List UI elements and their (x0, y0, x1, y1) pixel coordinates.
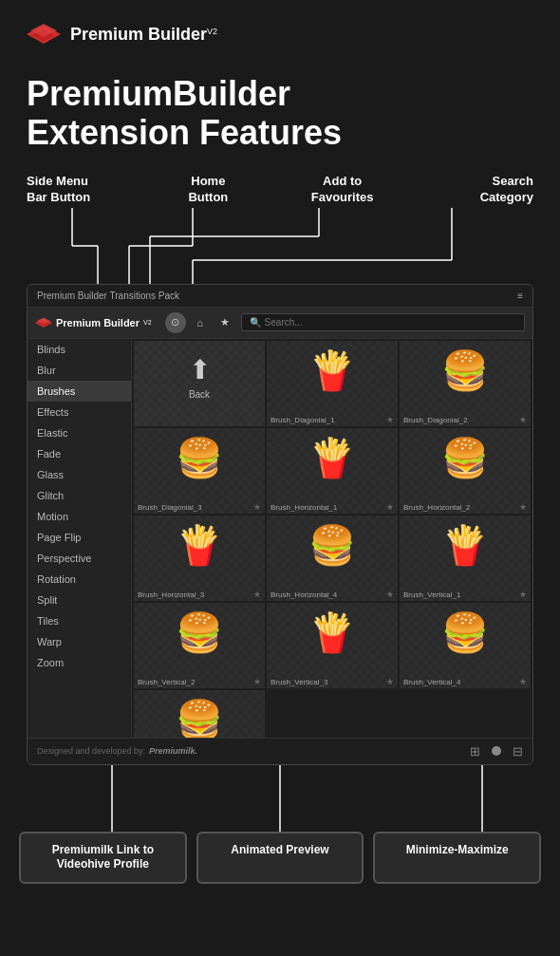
logo-icon (27, 21, 61, 47)
grid-cell-brush-diagonial-2[interactable]: 🍔 Brush_Diagonial_2 ★ (400, 341, 531, 426)
cell-star[interactable]: ★ (386, 502, 394, 512)
favourites-star-button[interactable]: ★ (215, 312, 235, 333)
search-input[interactable] (265, 317, 516, 328)
connector-lines (27, 208, 533, 284)
cell-star[interactable]: ★ (519, 502, 527, 512)
sidebar-item-brushes[interactable]: Brushes (28, 381, 131, 402)
grid-container: ⬆ Back 🍟 Brush_Diagonial_1 ★ 🍔 Brush_Dia… (132, 339, 532, 738)
grid-view-icon[interactable]: ⊞ (470, 744, 480, 759)
grid-cell-brush-vertical-3[interactable]: 🍟 Brush_Vertical_3 ★ (267, 603, 398, 688)
cell-star[interactable]: ★ (519, 415, 527, 424)
sidebar-item-effects[interactable]: Effects (28, 402, 131, 422)
plugin-topbar-title: Premium Builder Transitions Pack (37, 291, 179, 301)
home-button[interactable]: ⌂ (190, 312, 211, 333)
grid-cell-brush-horizontal-4[interactable]: 🍔 Brush_Horizontal_4 ★ (267, 515, 398, 601)
sidebar-item-glitch[interactable]: Glitch (28, 485, 131, 506)
grid-cell-brush-vertical-1[interactable]: 🍟 Brush_Vertical_1 ★ (400, 515, 531, 601)
sidebar-item-elastic[interactable]: Elastic (28, 422, 131, 443)
plugin-sidebar: Blinds Blur Brushes Effects Elastic Fade… (28, 339, 132, 738)
cell-label: Brush_Diagonial_3 (138, 503, 202, 512)
search-bar[interactable]: 🔍 (241, 313, 525, 331)
cell-star[interactable]: ★ (253, 502, 261, 512)
sidebar-item-warp[interactable]: Warp (28, 631, 131, 652)
footer-brand-name: Premiumilk. (149, 746, 197, 756)
plugin-main: ⬆ Back 🍟 Brush_Diagonial_1 ★ 🍔 Brush_Dia… (132, 339, 532, 738)
cell-star[interactable]: ★ (519, 590, 527, 599)
cell-star[interactable]: ★ (386, 677, 394, 686)
sidebar-item-split[interactable]: Split (28, 590, 131, 610)
bottom-labels-row: Premiumilk Link to Videohive Profile Ani… (0, 832, 560, 907)
cell-label: Brush_Horizontal_2 (403, 503, 470, 512)
label-premiumilk-link: Premiumilk Link to Videohive Profile (19, 832, 187, 884)
cell-label: Brush_Vertical_2 (138, 678, 195, 686)
sidebar-item-blur[interactable]: Blur (28, 360, 131, 381)
cell-label: Brush_Horizontal_1 (271, 503, 337, 512)
sidebar-item-page-flip[interactable]: Page Flip (28, 527, 131, 548)
cell-label: Brush_Diagonial_2 (403, 416, 468, 424)
label-animated-preview: Animated Preview (196, 832, 364, 884)
grid-cell-brush-diagonial-1[interactable]: 🍟 Brush_Diagonial_1 ★ (267, 341, 398, 426)
grid-cell-brush-horizontal-3[interactable]: 🍟 Brush_Horizontal_3 ★ (134, 515, 265, 601)
footer-brand[interactable]: Designed and developed by: Premiumilk. (37, 746, 197, 756)
sidebar-item-glass[interactable]: Glass (28, 464, 131, 485)
cell-star[interactable]: ★ (253, 590, 261, 599)
minimize-maximize-icon[interactable]: ⊟ (513, 744, 523, 759)
label-search-category: SearchCategory (439, 174, 533, 206)
sidebar-item-tiles[interactable]: Tiles (28, 610, 131, 631)
plugin-body: Blinds Blur Brushes Effects Elastic Fade… (28, 339, 532, 738)
grid-cell-brush-horizontal-1[interactable]: 🍟 Brush_Horizontal_1 ★ (267, 428, 398, 514)
cell-label: Brush_Vertical_1 (403, 590, 460, 599)
label-add-favourites: Add toFavourites (295, 174, 390, 206)
cell-star[interactable]: ★ (253, 677, 261, 686)
topbar-close[interactable]: ≡ (517, 291, 523, 301)
sidebar-item-zoom[interactable]: Zoom (28, 652, 131, 673)
animated-preview-button[interactable] (492, 746, 501, 756)
sidebar-item-fade[interactable]: Fade (28, 443, 131, 464)
plugin-topbar: Premium Builder Transitions Pack ≡ (28, 285, 532, 308)
cell-label: Brush_Horizontal_4 (271, 590, 337, 599)
label-minimize-maximize: Minimize-Maximize (373, 832, 541, 884)
features-labels: Side MenuBar Button HomeButton Add toFav… (0, 174, 560, 206)
grid-cell-brush-diagonial-3[interactable]: 🍔 Brush_Diagonial_3 ★ (134, 428, 265, 514)
footer-controls: ⊞ ⊟ (470, 744, 523, 759)
plugin-logo: Premium BuilderV2 (35, 316, 152, 329)
sidebar-item-perspective[interactable]: Perspective (28, 548, 131, 569)
cell-label: Brush_Diagonial_1 (271, 416, 335, 424)
grid-cell-brush-vertical-5[interactable]: 🍔 Brush_Vertical_5 ★ (134, 690, 265, 738)
label-home-button: HomeButton (170, 174, 246, 206)
header: Premium BuilderV2 (0, 0, 560, 57)
toggle-button[interactable]: ⊙ (165, 312, 186, 333)
plugin-window: Premium Builder Transitions Pack ≡ Premi… (27, 284, 533, 765)
plugin-logo-icon (35, 316, 52, 329)
cell-label: Brush_Horizontal_3 (138, 590, 204, 599)
grid-cell-brush-vertical-4[interactable]: 🍔 Brush_Vertical_4 ★ (400, 603, 531, 688)
back-arrow-icon: ⬆ (189, 354, 211, 385)
grid-cell-brush-vertical-2[interactable]: 🍔 Brush_Vertical_2 ★ (134, 603, 265, 688)
search-icon: 🔍 (250, 317, 261, 328)
bottom-connector-area (27, 765, 533, 832)
sidebar-item-motion[interactable]: Motion (28, 506, 131, 527)
footer-brand-text: Designed and developed by: (37, 746, 145, 756)
grid-cell-brush-horizontal-2[interactable]: 🍔 Brush_Horizontal_2 ★ (400, 428, 531, 514)
sidebar-item-blinds[interactable]: Blinds (28, 339, 131, 360)
plugin-navbar: Premium BuilderV2 ⊙ ⌂ ★ 🔍 (28, 308, 532, 339)
cell-label: Brush_Vertical_3 (271, 678, 327, 686)
grid-cell-back[interactable]: ⬆ Back (134, 341, 265, 426)
cell-star[interactable]: ★ (386, 415, 394, 424)
sidebar-item-rotation[interactable]: Rotation (28, 569, 131, 590)
hero-title: PremiumBuilder Extension Features (0, 57, 560, 174)
back-label: Back (189, 389, 210, 400)
logo-text: Premium BuilderV2 (70, 25, 217, 45)
cell-label: Brush_Vertical_4 (403, 678, 460, 686)
nav-buttons: ⊙ ⌂ ★ (165, 312, 235, 333)
cell-star[interactable]: ★ (519, 677, 527, 686)
plugin-footer: Designed and developed by: Premiumilk. ⊞… (28, 738, 532, 764)
cell-star[interactable]: ★ (386, 590, 394, 599)
label-side-menu-bar-button: Side MenuBar Button (27, 174, 121, 206)
